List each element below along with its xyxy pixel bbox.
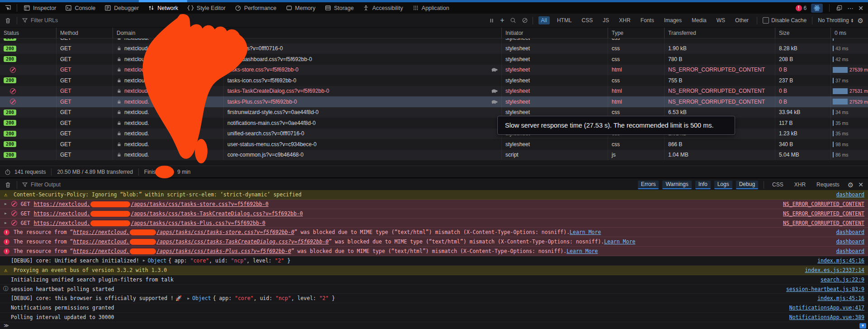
console-filter-logs[interactable]: Logs [714, 181, 732, 189]
tab-application[interactable]: Application [408, 2, 454, 14]
message-source-link[interactable]: NotificationsApp.vue:417 [789, 305, 864, 311]
filter-pill-fonts[interactable]: Fonts [638, 16, 657, 24]
console-settings-gear-icon[interactable]: ⚙ [848, 181, 854, 188]
tab-debugger[interactable]: Debugger [100, 2, 143, 14]
clear-console-icon[interactable] [5, 181, 11, 188]
console-log-row[interactable]: Initializing unified search plugin-filte… [0, 275, 868, 285]
node-picker-icon[interactable] [5, 5, 11, 11]
filter-pill-images[interactable]: Images [661, 16, 684, 24]
network-request-row[interactable]: 200GETnextcloud.firstrunwizard-style.css… [0, 107, 868, 118]
learn-more-link[interactable]: Learn More [570, 229, 601, 235]
close-devtools-icon[interactable]: ✕ [858, 5, 863, 11]
clear-requests-icon[interactable] [5, 17, 11, 24]
separate-window-icon[interactable] [836, 5, 843, 11]
network-request-row[interactable]: 200GETnextcloud.icons.css?v=0fff0716-0st… [0, 43, 868, 54]
resource-url-link[interactable]: https://nextcloud./apps/tasks/css/tasks-… [73, 248, 291, 254]
console-filter-css[interactable]: CSS [769, 181, 786, 188]
expand-caret-icon[interactable]: ▶ [5, 202, 7, 206]
column-header-method[interactable]: Method [57, 28, 113, 38]
console-filter-debug[interactable]: Debug [736, 181, 758, 189]
console-filter-errors[interactable]: Errors [638, 181, 659, 189]
console-network-error-row[interactable]: ▶GEThttps://nextcloud./apps/tasks/css/ta… [0, 219, 868, 228]
console-filter-info[interactable]: Info [695, 181, 711, 189]
request-url-link[interactable]: https://nextcloud./apps/tasks/css/tasks-… [34, 210, 303, 217]
pause-traffic-icon[interactable] [489, 18, 495, 24]
message-source-link[interactable]: index.mjs:45:16 [817, 257, 864, 264]
console-warning-row[interactable]: ⚠Content-Security-Policy: Ignoring “blob… [0, 190, 868, 200]
new-request-icon[interactable]: + [500, 17, 504, 24]
network-request-row[interactable]: 200GETnextcloud.stylesheetcss [0, 38, 868, 43]
message-source-link[interactable]: index.mjs:45:16 [817, 295, 864, 301]
message-source-link[interactable]: session-heartbeat.js:83:9 [786, 286, 864, 292]
filter-pill-ws[interactable]: WS [714, 16, 728, 24]
message-source-link[interactable]: search.js:22:9 [821, 277, 864, 283]
error-status-link[interactable]: NS_ERROR_CORRUPTED_CONTENT [783, 201, 864, 207]
close-split-console-icon[interactable]: ✕ [858, 181, 863, 188]
network-request-row[interactable]: 200GETnextcloud.core-common.js?v=c9b4646… [0, 150, 868, 161]
column-header-size[interactable]: Size [775, 28, 831, 38]
column-header-file[interactable]: File [224, 28, 502, 38]
network-request-row[interactable]: GETnextcloud.tasks-Plus.css?v=f5f692bb-0… [0, 96, 868, 107]
filter-pill-media[interactable]: Media [689, 16, 709, 24]
network-request-row[interactable]: 200GETnextcloud.tasks-icon.css?v=f5f692b… [0, 75, 868, 86]
console-filter-warnings[interactable]: Warnings [662, 181, 691, 189]
tab-memory[interactable]: Memory [281, 2, 320, 14]
console-mime-error-row[interactable]: !The resource from “https://nextcloud./a… [0, 228, 868, 237]
error-status-link[interactable]: NS_ERROR_CORRUPTED_CONTENT [783, 220, 864, 226]
disable-cache-toggle[interactable]: Disable Cache [763, 17, 807, 24]
filter-urls-input[interactable]: Filter URLs [31, 17, 58, 24]
console-mime-error-row[interactable]: !The resource from “https://nextcloud./a… [0, 247, 868, 256]
column-header-type[interactable]: Type [608, 28, 665, 38]
jump-to-bottom-icon[interactable]: ▼ [859, 323, 866, 329]
network-request-row[interactable]: 200GETnextcloud.notifications-main.css?v… [0, 118, 868, 129]
column-header-status[interactable]: Status [0, 28, 57, 38]
expand-caret-icon[interactable]: ▶ [143, 258, 145, 262]
console-debug-row[interactable]: [DEBUG] core: this browser is officially… [0, 294, 868, 303]
error-status-link[interactable]: NS_ERROR_CORRUPTED_CONTENT [783, 210, 864, 217]
message-source-link[interactable]: dashboard [836, 229, 864, 235]
column-header-domain[interactable]: Domain [113, 28, 224, 38]
console-warning-row[interactable]: ⚠Proxying an event bus of version 3.3.2 … [0, 266, 868, 275]
message-source-link[interactable]: dashboard [836, 238, 864, 245]
search-icon[interactable] [510, 17, 516, 24]
resource-url-link[interactable]: https://nextcloud./apps/tasks/css/tasks-… [73, 238, 329, 245]
console-mime-error-row[interactable]: !The resource from “https://nextcloud./a… [0, 237, 868, 247]
network-request-row[interactable]: GETnextcloud.tasks-store.css?v=f5f692bb-… [0, 65, 868, 76]
tab-performance[interactable]: Performance [230, 2, 281, 14]
tab-inspector[interactable]: Inspector [19, 2, 61, 14]
console-filter-xhr[interactable]: XHR [792, 181, 808, 188]
message-source-link[interactable]: index.es.js:2337:14 [805, 267, 864, 273]
filter-pill-css[interactable]: CSS [579, 16, 596, 24]
request-url-link[interactable]: https://nextcloud./apps/tasks/css/tasks-… [34, 220, 265, 226]
console-filter-requests[interactable]: Requests [814, 181, 842, 188]
tab-console[interactable]: Console [61, 2, 100, 14]
network-request-row[interactable]: GETnextcloud.tasks-TaskCreateDialog.css?… [0, 86, 868, 97]
console-log-row[interactable]: Polling interval updated to 30000Notific… [0, 313, 868, 322]
tab-network[interactable]: Network [143, 2, 183, 14]
network-request-row[interactable]: 200GETnextcloud.unified-search.css?v=0ff… [0, 129, 868, 139]
column-header-initiator[interactable]: Initiator [502, 28, 608, 38]
console-info-row[interactable]: ⓘsession heartbeat polling startedsessio… [0, 285, 868, 294]
tab-style-editor[interactable]: Style Editor [183, 2, 230, 14]
resource-url-link[interactable]: https://nextcloud./apps/tasks/css/tasks-… [73, 229, 294, 235]
har-settings-gear-icon[interactable]: ⚙ [858, 17, 863, 24]
expand-caret-icon[interactable]: ▶ [5, 211, 7, 215]
filter-pill-all[interactable]: All [538, 16, 550, 24]
console-network-error-row[interactable]: ▶GEThttps://nextcloud./apps/tasks/css/ta… [0, 200, 868, 209]
expand-caret-icon[interactable]: ▶ [187, 296, 189, 300]
learn-more-link[interactable]: Learn More [604, 238, 635, 245]
message-source-link[interactable]: dashboard [836, 191, 864, 198]
filter-output-input[interactable]: Filter Output [31, 181, 61, 188]
filter-pill-js[interactable]: JS [600, 16, 612, 24]
block-requests-icon[interactable] [522, 17, 528, 24]
meatball-menu-icon[interactable]: ⋯ [847, 5, 854, 11]
learn-more-link[interactable]: Learn More [566, 248, 598, 254]
filter-pill-xhr[interactable]: XHR [616, 16, 633, 24]
filter-pill-other[interactable]: Other [732, 16, 751, 24]
message-source-link[interactable]: NotificationsApp.vue:389 [789, 314, 864, 320]
filter-pill-html[interactable]: HTML [554, 16, 575, 24]
expand-caret-icon[interactable]: ▶ [5, 221, 7, 225]
network-request-row[interactable]: 200GETnextcloud.tasks-dashboard.css?v=f5… [0, 54, 868, 65]
console-debug-row[interactable]: [DEBUG] core: Unified search initialized… [0, 256, 868, 266]
throttling-dropdown[interactable]: No Throttling ▲▼ [818, 17, 854, 24]
